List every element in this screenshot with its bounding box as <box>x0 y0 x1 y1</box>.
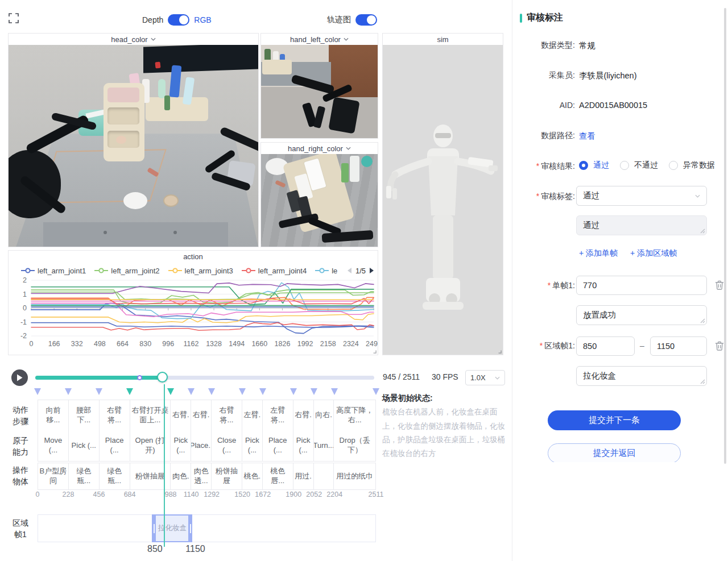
next-page-icon[interactable] <box>369 267 374 274</box>
legend-item-left_arm_joint4[interactable]: left_arm_joint4 <box>242 267 307 275</box>
legend-item-left_arm_joint2[interactable]: left_arm_joint2 <box>94 267 159 275</box>
step-cell[interactable]: Move (... <box>38 430 69 461</box>
single-frame-note[interactable]: 放置成功 <box>576 305 707 325</box>
timeline-marker[interactable] <box>331 388 338 395</box>
timeline-marker[interactable] <box>239 388 246 395</box>
region-frame-track[interactable]: 拉化妆盒 <box>38 514 376 542</box>
timeline-marker[interactable] <box>208 388 215 395</box>
radio-abnormal-label[interactable]: 异常数据 <box>683 160 715 171</box>
playback-slider[interactable] <box>35 376 374 380</box>
single-frame-input[interactable]: 770 <box>576 276 707 295</box>
step-cell[interactable]: Place (... <box>263 430 293 461</box>
step-cell[interactable]: Pick (... <box>242 430 263 461</box>
step-cell[interactable]: 向前移... <box>38 400 69 430</box>
textarea-resize-icon[interactable] <box>700 228 705 234</box>
data-path-link[interactable]: 查看 <box>579 131 595 142</box>
step-cell[interactable]: 向右. <box>314 400 334 430</box>
play-button[interactable] <box>11 369 28 386</box>
step-cell[interactable]: 左臂将... <box>263 400 293 430</box>
prev-page-icon[interactable] <box>347 267 352 274</box>
step-cell[interactable]: Pick (... <box>171 430 191 461</box>
radio-abnormal[interactable] <box>669 161 678 170</box>
legend-item-left_arm_joint1[interactable]: left_arm_joint1 <box>21 267 86 275</box>
step-cell[interactable] <box>314 463 334 489</box>
region-frame-note[interactable]: 拉化妆盒 <box>576 366 707 386</box>
radio-fail[interactable] <box>620 161 629 170</box>
step-cell[interactable]: 绿色瓶... <box>100 463 130 489</box>
step-cell[interactable]: Turn... <box>314 430 334 461</box>
step-cell[interactable]: 粉饼抽屉 <box>212 463 242 489</box>
step-cell[interactable]: 肉色. <box>171 463 191 489</box>
region-frame-segment[interactable]: 拉化妆盒 <box>152 514 192 542</box>
review-tag-select[interactable]: 通过 <box>576 186 707 206</box>
step-cell[interactable]: 桃色唇... <box>263 463 293 489</box>
step-cell[interactable]: 右臂打开桌面上... <box>130 400 171 430</box>
step-cell[interactable]: 腰部下... <box>69 400 100 430</box>
step-cell[interactable]: 用过. <box>293 463 314 489</box>
fullscreen-icon[interactable] <box>8 13 19 24</box>
hand-left-color-header[interactable]: hand_left_color <box>261 34 378 45</box>
speed-select[interactable]: 1.0X <box>465 370 505 385</box>
step-cell[interactable]: 用过的纸巾 <box>334 463 375 489</box>
segment-left-grip[interactable] <box>152 516 156 541</box>
step-cell[interactable]: 右臂. <box>191 400 212 430</box>
step-cell[interactable]: 右臂将... <box>100 400 130 430</box>
step-cell[interactable]: Open (打开) <box>130 430 171 461</box>
step-cell[interactable]: B户型房间 <box>38 463 69 489</box>
legend-item-le[interactable]: le <box>315 267 337 275</box>
step-cell[interactable]: 右臂. <box>171 400 191 430</box>
step-cell[interactable]: 桃色. <box>242 463 263 489</box>
timeline-marker[interactable] <box>259 388 266 395</box>
submit-return-button[interactable]: 提交并返回 <box>548 443 681 462</box>
depth-rgb-toggle[interactable] <box>168 14 189 26</box>
step-cell[interactable]: 左臂. <box>242 400 263 430</box>
timeline-marker[interactable] <box>373 388 379 395</box>
region-end-input[interactable]: 1150 <box>650 336 707 356</box>
step-cell[interactable]: 右臂将... <box>212 400 242 430</box>
legend-pager: 1/5 <box>347 267 374 275</box>
step-cell[interactable]: Close (... <box>212 430 242 461</box>
add-single-frame-link[interactable]: + 添加单帧 <box>579 248 618 259</box>
timeline-marker[interactable] <box>290 388 297 395</box>
review-panel-title: 审核标注 <box>520 12 563 24</box>
resize-handle-icon[interactable] <box>497 348 502 354</box>
timeline-marker[interactable] <box>96 388 102 395</box>
timeline-marker[interactable] <box>311 388 317 395</box>
radio-pass[interactable] <box>579 161 588 170</box>
segment-right-grip[interactable] <box>188 516 192 541</box>
radio-pass-label[interactable]: 通过 <box>593 160 609 171</box>
scene-initial-state: 场景初始状态: 梳妆台在机器人前，化妆盒在桌面上，化妆盒的侧边摆放着物品，化妆品… <box>382 391 506 460</box>
textarea-resize-icon[interactable] <box>700 318 705 323</box>
step-cell[interactable]: 绿色瓶... <box>69 463 100 489</box>
step-cell[interactable]: 高度下降，右... <box>334 400 375 430</box>
submit-next-button[interactable]: 提交并下一条 <box>548 410 681 430</box>
playback-slider-handle[interactable] <box>157 372 168 383</box>
step-cell[interactable]: Pick (... <box>69 430 100 461</box>
textarea-resize-icon[interactable] <box>700 379 705 384</box>
resize-handle-icon[interactable] <box>371 348 377 354</box>
step-cell[interactable]: Place (... <box>100 430 130 461</box>
single-frame-marker-dot[interactable] <box>137 375 142 380</box>
hand-right-color-header[interactable]: hand_right_color <box>261 143 378 154</box>
radio-fail-label[interactable]: 不通过 <box>634 160 658 171</box>
step-cell[interactable]: 右臂. <box>293 400 314 430</box>
add-region-frame-link[interactable]: + 添加区域帧 <box>630 248 677 259</box>
review-tag-note[interactable]: 通过 <box>576 215 707 235</box>
step-cell[interactable]: 肉色透... <box>191 463 212 489</box>
timeline-marker[interactable] <box>188 388 195 395</box>
legend-item-left_arm_joint3[interactable]: left_arm_joint3 <box>168 267 233 275</box>
timeline-marker[interactable] <box>65 388 72 395</box>
step-cell[interactable]: 粉饼抽屉 <box>130 463 171 489</box>
step-cell[interactable]: Place.. <box>191 430 212 461</box>
timeline-marker[interactable] <box>126 388 133 395</box>
trash-icon[interactable] <box>715 280 724 290</box>
timeline-marker[interactable] <box>34 388 41 395</box>
step-cell[interactable]: Pick (... <box>293 430 314 461</box>
head-color-header[interactable]: head_color <box>9 34 258 45</box>
trajectory-toggle[interactable] <box>355 14 377 26</box>
region-start-input[interactable]: 850 <box>576 336 635 356</box>
timeline-marker[interactable] <box>167 388 174 395</box>
step-cell[interactable]: Drop（丢下） <box>334 430 375 461</box>
right-panel-scrollbar[interactable] <box>724 8 726 464</box>
trash-icon[interactable] <box>715 341 724 351</box>
